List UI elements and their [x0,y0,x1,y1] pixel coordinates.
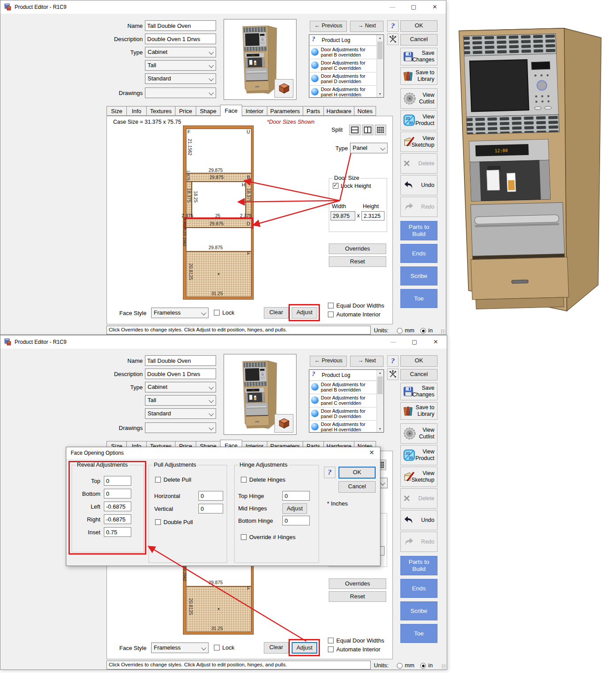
log-item[interactable]: Door Adjustments for panel H overridden [309,85,377,98]
mid-hinges-adjust-button[interactable]: Adjust [282,503,307,514]
ok-button[interactable]: OK [400,20,437,32]
panel-b[interactable]: 29.875 B 1.875 [186,173,251,182]
opening-lower[interactable]: 29.875 F [186,228,251,251]
drawer-front[interactable]: 20.8125 31.25 [186,251,251,297]
scroll-down-icon[interactable]: ▼ [377,426,383,432]
drawings-combo[interactable] [145,422,216,433]
view-3d-cube-button[interactable] [274,414,293,433]
close-button[interactable]: ✕ [428,335,443,349]
delete-button[interactable]: ✕ Delete [400,153,437,174]
save-to-library-button[interactable]: Save toLibrary [400,67,437,85]
reveal-inset-input[interactable] [104,527,131,537]
face-style-combo[interactable]: Frameless [151,308,209,318]
log-item[interactable]: Door Adjustments for panel C overridden [309,394,377,407]
units-mm-radio[interactable] [397,328,403,334]
overrides-button[interactable]: Overrides [329,243,386,254]
minimize-button[interactable]: — [385,0,400,14]
equal-door-widths-checkbox[interactable] [328,303,334,308]
reveal-left-input[interactable] [104,502,131,511]
log-item[interactable]: Door Adjustments for panel D overridden [309,407,377,421]
minimize-button[interactable]: — [386,335,401,349]
face-diagram[interactable]: F U 21.1562 29.875 29.875 B 1.875 18.375… [183,125,254,300]
tab-info[interactable]: Info [126,106,147,116]
lock-checkbox[interactable] [214,310,220,316]
dialog-help-button[interactable]: ? [324,467,335,478]
dialog-ok-button[interactable]: OK [338,467,376,479]
pull-vertical-input[interactable] [198,504,223,513]
panel-type-combo[interactable]: Panel [350,143,388,153]
drawer-front[interactable]: 20.8125 31.25 [186,586,251,632]
product-log-list[interactable]: ? Product Log Door Adjustments for panel… [309,34,384,98]
door-height-input[interactable] [361,211,384,221]
scribe-button[interactable]: Scribe [400,266,437,285]
previous-button[interactable]: ← Previous [310,21,347,32]
bottom-hinge-input[interactable] [282,516,310,525]
name-input[interactable] [145,20,216,31]
parts-to-build-button[interactable]: Parts toBuild [400,556,437,575]
titlebar[interactable]: Product Editor - R1C9 — ▢ ✕ [0,335,447,349]
scroll-thumb[interactable] [377,42,383,59]
view-product-button[interactable]: ViewProduct [400,110,437,130]
undo-button[interactable]: Undo [400,510,437,530]
log-scrollbar[interactable]: ▲ ▼ [376,35,384,97]
overrides-button[interactable]: Overrides [329,578,386,589]
tab-parts[interactable]: Parts [303,106,324,116]
units-mm-radio[interactable] [397,663,403,669]
override-hinges-checkbox[interactable] [241,534,247,540]
standard-combo[interactable]: Standard [145,73,216,84]
log-item[interactable]: Door Adjustments for panel H overridden [309,420,377,433]
dialog-titlebar[interactable]: Face Opening Options ✕ [66,447,380,459]
scroll-down-icon[interactable]: ▼ [377,91,383,97]
description-input[interactable] [145,369,216,379]
resize-grip[interactable] [441,329,445,334]
log-item[interactable]: Door Adjustments for panel B overridden [309,46,377,59]
toe-button[interactable]: Toe [400,624,437,643]
log-scrollbar[interactable]: ▲ ▼ [376,370,384,432]
standard-combo[interactable]: Standard [145,408,216,419]
split-vertical-button[interactable] [362,125,373,135]
ok-button[interactable]: OK [400,355,437,367]
subtype-combo[interactable]: Tall [145,60,216,71]
log-item[interactable]: Door Adjustments for panel B overridden [309,380,377,394]
reveal-top-input[interactable] [104,476,131,486]
parts-to-build-button[interactable]: Parts toBuild [400,221,437,240]
titlebar[interactable]: Product Editor - R1C9 — ▢ ✕ [0,0,446,14]
scribe-button[interactable]: Scribe [400,601,437,620]
help-button[interactable]: ? [387,355,399,367]
description-input[interactable] [145,34,216,44]
delete-pull-checkbox[interactable] [155,477,161,483]
scroll-up-icon[interactable]: ▲ [377,35,383,41]
face-style-combo[interactable]: Frameless [151,643,209,653]
redo-button[interactable]: Redo [400,197,437,217]
product-log-list[interactable]: ? Product Log Door Adjustments for panel… [309,369,384,433]
log-item[interactable]: Door Adjustments for panel D overridden [309,72,377,86]
scroll-up-icon[interactable]: ▲ [377,370,383,376]
view-product-button[interactable]: ViewProduct [400,445,437,465]
split-grid-button[interactable] [375,125,386,135]
reveal-bottom-input[interactable] [104,489,131,498]
tab-shape[interactable]: Shape [196,106,221,116]
redo-button[interactable]: Redo [400,532,437,552]
door-width-input[interactable] [331,211,355,221]
name-input[interactable] [145,355,216,366]
equal-door-widths-checkbox[interactable] [328,638,334,643]
view-sketchup-button[interactable]: ViewSketchup [400,132,437,152]
log-item[interactable]: Door Adjustments for panel C overridden [309,59,377,72]
tab-face[interactable]: Face [220,105,242,116]
delete-button[interactable]: ✕ Delete [400,488,437,509]
subtype-combo[interactable]: Tall [145,395,216,406]
units-in-radio[interactable] [420,328,426,334]
lock-checkbox[interactable] [214,645,220,650]
save-changes-button[interactable]: SaveChanges [400,48,437,65]
reset-button[interactable]: Reset [329,591,386,602]
lock-height-checkbox[interactable] [333,183,338,189]
drawings-combo[interactable] [145,87,216,98]
help-button[interactable]: ? [387,20,399,32]
view-sketchup-button[interactable]: ViewSketchup [400,467,437,487]
dialog-close-icon[interactable]: ✕ [367,449,376,458]
automate-interior-checkbox[interactable] [328,646,334,652]
maximize-button[interactable]: ▢ [407,335,422,349]
reveal-right-input[interactable] [104,514,131,524]
panel-d[interactable]: 29.875 D [186,219,251,228]
view-cutlist-button[interactable]: ViewCutlist [400,423,437,444]
